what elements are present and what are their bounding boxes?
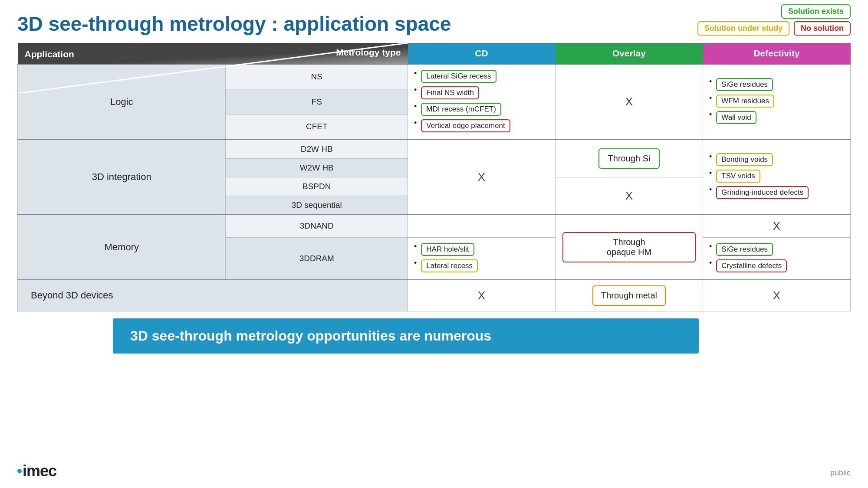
- cell-3d-integration: 3D integration: [18, 140, 226, 215]
- legend-under-study: Solution under study: [697, 21, 789, 36]
- cd-lateral: Lateral recess: [421, 259, 478, 272]
- cd-item-2: Final NS width: [421, 86, 479, 99]
- def-bonding: Bonding voids: [716, 153, 773, 166]
- cell-3d-cd: X: [408, 140, 556, 215]
- header-application-label: Application: [25, 49, 74, 59]
- cell-3d-overlay-throughsi: Through Si: [556, 140, 703, 177]
- cell-d2w: D2W HB: [226, 140, 408, 159]
- cell-logic: Logic: [18, 64, 226, 140]
- header-cd: CD: [408, 43, 556, 64]
- cd-har: HAR hole/slit: [421, 243, 474, 256]
- imec-logo: imec: [23, 462, 56, 480]
- cell-3d-overlay-x: X: [556, 177, 703, 215]
- footer: imec: [17, 462, 56, 480]
- table-row: Beyond 3D devices X Through metal X: [18, 280, 851, 311]
- legend-no-solution: No solution: [794, 21, 851, 36]
- cell-3ddram: 3DDRAM: [226, 237, 408, 280]
- legend-solution-exists: Solution exists: [781, 4, 851, 19]
- cell-mem-dram-cd: HAR hole/slit Lateral recess: [408, 237, 556, 280]
- cell-logic-cd: Lateral SiGe recess Final NS width MDI r…: [408, 64, 556, 140]
- def-crystalline: Crystalline defects: [716, 259, 787, 272]
- header-app-type: Application Metrology type: [18, 43, 408, 64]
- header-overlay: Overlay: [556, 43, 703, 64]
- cd-item-4: Vertical edge placement: [421, 119, 510, 132]
- table-row: Logic NS Lateral SiGe recess Final NS wi…: [18, 64, 851, 89]
- def-sige: SiGe residues: [716, 243, 773, 256]
- cell-cfet: CFET: [226, 114, 408, 139]
- cell-3d-defect: Bonding voids TSV voids Grinding-induced…: [703, 140, 851, 215]
- overlay-through-opaque: Throughopaque HM: [562, 232, 696, 262]
- cell-beyond-cd: X: [408, 280, 556, 311]
- cell-beyond-defect: X: [703, 280, 851, 311]
- legend: Solution exists Solution under study No …: [697, 4, 851, 36]
- def-item-2: WFM residues: [716, 95, 774, 108]
- cell-mem-nand-defect: X: [703, 215, 851, 238]
- cell-w2w: W2W HB: [226, 158, 408, 177]
- cell-beyond-overlay: Through metal: [556, 280, 703, 311]
- cell-logic-defect: SiGe residues WFM residues Wall void: [703, 64, 851, 140]
- cell-beyond: Beyond 3D devices: [18, 280, 408, 311]
- cd-item-1: Lateral SiGe recess: [421, 70, 496, 83]
- table-row: 3D integration D2W HB X Through Si Bondi…: [18, 140, 851, 159]
- cell-logic-overlay: X: [556, 64, 703, 140]
- overlay-through-si: Through Si: [598, 148, 660, 169]
- def-grinding: Grinding-induced defects: [716, 186, 809, 199]
- def-item-3: Wall void: [716, 111, 756, 124]
- cell-3d-seq: 3D sequential: [226, 196, 408, 215]
- header-metrology-label: Metrology type: [336, 47, 401, 58]
- cell-bspdn: BSPDN: [226, 177, 408, 196]
- cell-fs: FS: [226, 89, 408, 115]
- footer-public: public: [830, 468, 851, 478]
- main-table: Application Metrology type CD Overlay De…: [17, 43, 851, 311]
- def-tsv: TSV voids: [716, 170, 760, 183]
- cell-mem-overlay: Throughopaque HM: [556, 215, 703, 280]
- cell-ns: NS: [226, 64, 408, 89]
- cell-memory: Memory: [18, 215, 226, 280]
- header-defectivity: Defectivity: [703, 43, 851, 64]
- cell-mem-nand-cd: [408, 215, 556, 238]
- table-row: Memory 3DNAND Throughopaque HM X: [18, 215, 851, 238]
- imec-dot: [17, 469, 22, 473]
- overlay-through-metal: Through metal: [592, 285, 666, 306]
- bottom-bar: 3D see-through metrology opportunities a…: [113, 318, 699, 354]
- cell-3dnand: 3DNAND: [226, 215, 408, 238]
- cell-mem-dram-defect: SiGe residues Crystalline defects: [703, 237, 851, 280]
- def-item-1: SiGe residues: [716, 78, 773, 91]
- cd-item-3: MDI recess (mCFET): [421, 103, 501, 116]
